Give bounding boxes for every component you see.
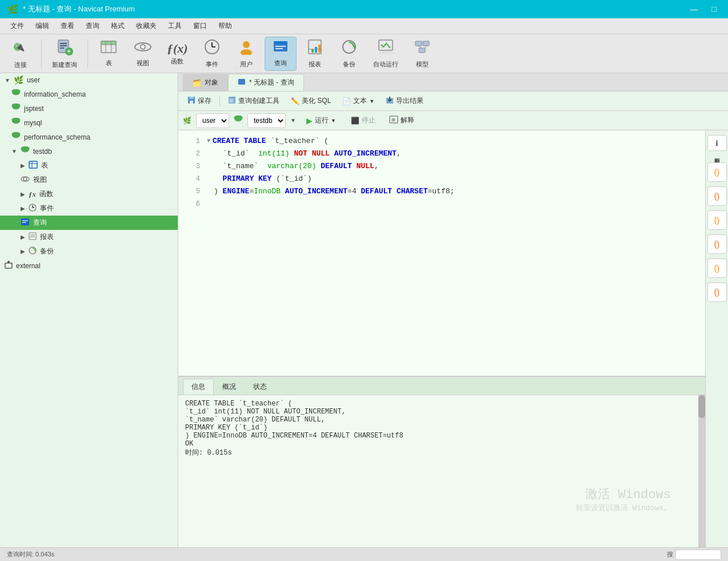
right-btn-1[interactable]: () [707, 162, 727, 182]
db-icon-2 [11, 104, 21, 113]
tool-new-query[interactable]: + 新建查询 [46, 37, 83, 71]
tab-query[interactable]: * 无标题 - 查询 [228, 74, 304, 91]
result-tab-info[interactable]: 信息 [183, 379, 214, 395]
menu-query[interactable]: 查询 [80, 19, 105, 33]
maximize-button[interactable]: □ [707, 5, 721, 14]
info-button[interactable]: ℹ [707, 135, 727, 151]
sidebar-item-user[interactable]: ▼ 🌿 user [0, 73, 178, 87]
sidebar-item-external[interactable]: external [0, 258, 178, 273]
query-node-icon [21, 218, 30, 228]
tool-report[interactable]: 报表 [299, 37, 331, 71]
performance-schema-label: performance_schema [24, 133, 90, 141]
sql-line-2: 2 `t_id` int(11) NOT NULL AUTO_INCREMENT… [178, 148, 705, 160]
view-icon [134, 39, 151, 58]
tool-model[interactable]: 模型 [406, 37, 438, 71]
result-content: CREATE TABLE `t_teacher` ( `t_id` int(11… [178, 395, 705, 547]
svg-point-15 [141, 45, 145, 49]
menu-view[interactable]: 查看 [55, 19, 80, 33]
beautify-icon: ✏️ [291, 97, 299, 105]
sidebar-item-view[interactable]: 视图 [0, 173, 178, 187]
tab-object-label: 对象 [205, 78, 218, 87]
query-label: 查询 [274, 59, 287, 67]
menu-favorites[interactable]: 收藏夹 [130, 19, 162, 33]
menu-file[interactable]: 文件 [5, 19, 30, 33]
text-button[interactable]: 📄 文本 ▼ [338, 94, 379, 108]
view-node-label: 视图 [33, 175, 47, 185]
sidebar-item-testdb[interactable]: ▼ testdb [0, 144, 178, 158]
sidebar-item-table[interactable]: ▶ 表 [0, 158, 178, 173]
menu-edit[interactable]: 编辑 [30, 19, 55, 33]
sidebar-item-information-schema[interactable]: information_schema [0, 87, 178, 101]
sql-editor[interactable]: 1 ▼ CREATE TABLE `t_teacher` ( 2 `t_id` … [178, 130, 705, 376]
status-search-input[interactable] [675, 550, 721, 560]
result-tab-status[interactable]: 状态 [245, 379, 275, 395]
right-btn-3[interactable]: () [707, 210, 727, 230]
explain-button[interactable]: ⊞ 解释 [385, 114, 419, 127]
jsptest-label: jsptest [24, 105, 44, 113]
line-num-6: 6 [183, 198, 200, 210]
right-btn-6[interactable]: () [707, 283, 727, 302]
right-btn-2[interactable]: () [707, 186, 727, 206]
export-button[interactable]: 导出结果 [381, 94, 428, 108]
tool-event[interactable]: 事件 [196, 37, 228, 71]
sidebar-item-report[interactable]: ▶ 报表 [0, 230, 178, 244]
search-label: 搜 [667, 550, 673, 559]
database-select[interactable]: testdb [247, 113, 286, 128]
function-icon: ƒ(x) [167, 41, 188, 56]
svg-rect-27 [315, 47, 317, 53]
tool-connect[interactable]: 🔌 连接 [5, 37, 37, 71]
query-build-tool-button[interactable]: ⊞ 查询创建工具 [223, 94, 284, 108]
text-label: 文本 [353, 96, 367, 106]
right-btn-5[interactable]: () [707, 258, 727, 278]
sidebar-item-event[interactable]: ▶ 事件 [0, 201, 178, 216]
func-node-icon: ƒx [29, 190, 36, 199]
result-line-3: `t_name` varchar(20) DEFAULT NULL, [185, 416, 698, 424]
tab-object[interactable]: 🗂️ 对象 [183, 74, 228, 91]
result-scroll-thumb[interactable] [698, 395, 705, 418]
sidebar-item-backup[interactable]: ▶ 备份 [0, 244, 178, 258]
menu-help[interactable]: 帮助 [213, 19, 238, 33]
tool-autorun[interactable]: 自动运行 [367, 37, 404, 71]
tool-backup[interactable]: 备份 [333, 37, 365, 71]
table-node-icon [29, 161, 38, 170]
new-query-icon: + [56, 38, 73, 59]
collapse-1[interactable]: ▼ [207, 135, 210, 148]
stop-button[interactable]: ⬛ 停止 [346, 114, 380, 127]
minimize-button[interactable]: — [686, 5, 703, 14]
tool-function[interactable]: ƒ(x) 函数 [161, 37, 194, 71]
run-button[interactable]: ▶ 运行 ▼ [301, 114, 342, 127]
sidebar-item-jsptest[interactable]: jsptest [0, 101, 178, 116]
report-icon [307, 39, 323, 59]
tool-user[interactable]: 用户 [230, 37, 262, 71]
export-label: 导出结果 [396, 96, 423, 106]
tool-view[interactable]: 视图 [127, 37, 159, 71]
sidebar-item-function[interactable]: ▶ ƒx 函数 [0, 187, 178, 201]
right-btn-2-icon: () [714, 192, 719, 201]
toolbar-divider-1 [41, 39, 42, 68]
connection-select[interactable]: user [196, 113, 229, 128]
right-btn-4[interactable]: () [707, 234, 727, 254]
result-scrollbar[interactable] [698, 395, 705, 547]
func-node-label: 函数 [39, 189, 53, 199]
build-tool-label: 查询创建工具 [238, 96, 279, 106]
table-icon [100, 39, 117, 58]
menu-tools[interactable]: 工具 [162, 19, 187, 33]
tool-query[interactable]: 查询 [265, 37, 297, 71]
save-button[interactable]: 保存 [183, 94, 216, 108]
func-expand-icon: ▶ [21, 191, 25, 197]
sidebar-item-performance-schema[interactable]: performance_schema [0, 130, 178, 144]
function-label: 函数 [171, 57, 183, 66]
sidebar-item-query[interactable]: 查询 [0, 216, 178, 230]
watermark: 激活 Windows 转至设置以激活 Windows。 [576, 486, 671, 513]
menu-window[interactable]: 窗口 [187, 19, 213, 33]
svg-rect-28 [318, 45, 321, 53]
result-tab-overview[interactable]: 概况 [214, 379, 245, 395]
event-node-icon [29, 204, 37, 213]
window-title: * 无标题 - 查询 - Navicat Premium [23, 4, 686, 14]
menu-format[interactable]: 格式 [105, 19, 130, 33]
table-node-label: 表 [41, 161, 48, 170]
beautify-sql-button[interactable]: ✏️ 美化 SQL [286, 94, 335, 108]
svg-rect-12 [101, 41, 116, 45]
sidebar-item-mysql[interactable]: mysql [0, 116, 178, 130]
tool-table[interactable]: 表 [93, 37, 125, 71]
